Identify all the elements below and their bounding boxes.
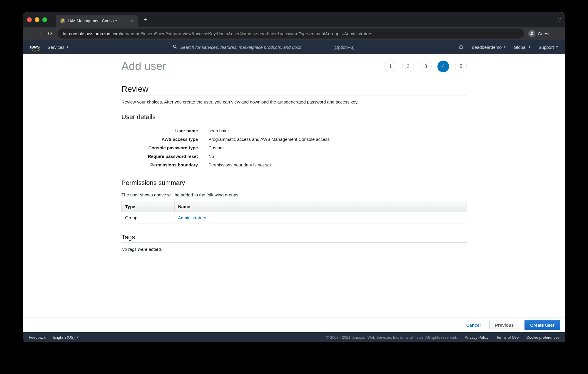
svg-line-1 (176, 47, 177, 48)
detail-key: Require password reset (121, 154, 198, 159)
feedback-link[interactable]: Feedback (29, 335, 46, 340)
wizard-step-1[interactable]: 1 (385, 61, 396, 72)
detail-key: Console password type (121, 145, 198, 150)
cookies-link[interactable]: Cookie preferences (526, 335, 559, 340)
terms-link[interactable]: Terms of Use (496, 335, 519, 340)
privacy-link[interactable]: Privacy Policy (465, 335, 489, 340)
avatar-icon (528, 30, 535, 37)
group-link[interactable]: Administrators (178, 215, 206, 220)
user-details-heading: User details (121, 113, 467, 122)
table-header: Type (122, 201, 175, 212)
chrome-titlebar: 🔑 IAM Management Console ✕ + (23, 12, 565, 27)
review-heading: Review (121, 84, 467, 96)
tab-favicon-icon: 🔑 (60, 18, 65, 24)
wizard-step-5[interactable]: 5 (455, 61, 467, 72)
detail-value: Permissions boundary is not set (208, 162, 271, 167)
account-menu[interactable]: deadbeardemo▼ (472, 45, 506, 50)
wizard-step-3[interactable]: 3 (420, 61, 432, 72)
chrome-menu-button[interactable]: ⋮ (554, 30, 562, 37)
page-body: Add user 12345 Review Review your choice… (23, 54, 565, 318)
detail-row: AWS access typeProgrammatic access and A… (121, 135, 467, 143)
reload-button[interactable]: ⟳ (47, 30, 54, 37)
detail-row: User namesean.baier (121, 126, 467, 135)
detail-value: Programmatic access and AWS Management C… (208, 137, 330, 142)
aws-search-input[interactable]: Search for services, features, marketpla… (169, 42, 358, 52)
minimize-window-icon[interactable] (35, 17, 39, 22)
user-details-list: User namesean.baierAWS access typeProgra… (121, 126, 467, 169)
create-user-button[interactable]: Create user (524, 320, 560, 330)
page-title: Add user (121, 60, 166, 73)
permissions-heading: Permissions summary (121, 179, 467, 188)
permissions-table: TypeName GroupAdministrators (121, 201, 467, 223)
maximize-window-icon[interactable] (42, 17, 47, 22)
detail-row: Console password typeCustom (121, 143, 467, 152)
detail-key: Permissions boundary (121, 162, 198, 167)
profile-button[interactable]: Guest (528, 30, 549, 37)
chrome-toolbar: ← → ⟳ console.aws.amazon.com/iam/home#/u… (23, 27, 565, 40)
cancel-button[interactable]: Cancel (463, 320, 484, 330)
aws-logo[interactable]: aws (30, 44, 40, 50)
wizard-step-4[interactable]: 4 (437, 61, 449, 72)
copyright-text: © 2008 - 2021, Amazon Web Services, Inc.… (326, 335, 457, 340)
lock-icon (62, 31, 66, 36)
previous-button[interactable]: Previous (490, 320, 519, 330)
back-button[interactable]: ← (26, 30, 32, 37)
table-header: Name (175, 201, 467, 212)
detail-row: Require password resetNo (121, 152, 467, 161)
review-description: Review your choices. After you create th… (121, 99, 467, 104)
close-tab-icon[interactable]: ✕ (130, 18, 133, 24)
search-icon (173, 44, 177, 50)
aws-header: aws Services▼ Search for services, featu… (23, 40, 565, 54)
search-shortcut: [Option+S] (333, 45, 354, 50)
browser-tab[interactable]: 🔑 IAM Management Console ✕ (56, 15, 138, 27)
detail-value: Custom (208, 145, 224, 150)
tab-overview-icon[interactable] (558, 18, 561, 21)
detail-value: No (208, 154, 214, 159)
detail-key: User name (121, 128, 198, 133)
browser-window: 🔑 IAM Management Console ✕ + ← → ⟳ conso… (23, 12, 565, 342)
forward-button[interactable]: → (36, 30, 43, 37)
window-controls (27, 17, 53, 22)
svg-point-0 (173, 45, 176, 48)
cell-type: Group (122, 212, 175, 223)
tags-note: No tags were added. (121, 247, 467, 252)
detail-row: Permissions boundaryPermissions boundary… (121, 161, 467, 169)
detail-key: AWS access type (121, 137, 198, 142)
close-window-icon[interactable] (27, 17, 32, 22)
wizard-footer: Cancel Previous Create user (23, 318, 565, 332)
search-placeholder: Search for services, features, marketpla… (180, 45, 331, 50)
tags-heading: Tags (121, 233, 467, 243)
tab-title: IAM Management Console (68, 19, 117, 23)
new-tab-button[interactable]: + (141, 16, 151, 23)
table-row: GroupAdministrators (122, 212, 467, 223)
permissions-description: The user shown above will be added to th… (121, 192, 467, 197)
profile-label: Guest (538, 31, 549, 36)
services-menu[interactable]: Services▼ (48, 45, 69, 50)
url-text: console.aws.amazon.com/iam/home#/users$n… (69, 31, 372, 36)
support-menu[interactable]: Support▼ (539, 45, 558, 50)
region-menu[interactable]: Global▼ (514, 45, 531, 50)
notifications-icon[interactable] (458, 44, 464, 50)
detail-value: sean.baier (208, 128, 229, 133)
wizard-step-2[interactable]: 2 (402, 61, 414, 72)
wizard-steps: 12345 (385, 61, 467, 72)
aws-footer: Feedback English (US)▼ © 2008 - 2021, Am… (23, 332, 565, 342)
address-bar[interactable]: console.aws.amazon.com/iam/home#/users$n… (58, 29, 524, 39)
language-selector[interactable]: English (US)▼ (53, 335, 79, 340)
